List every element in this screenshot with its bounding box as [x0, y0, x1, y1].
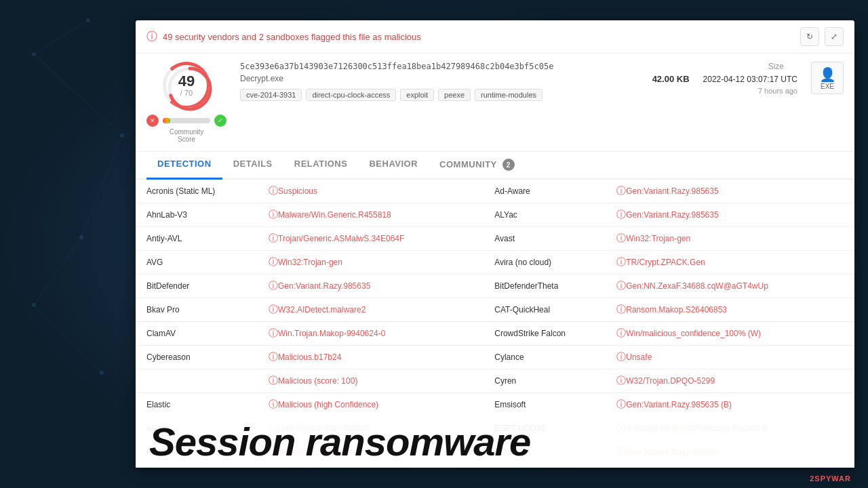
- file-tags: cve-2014-3931direct-cpu-clock-accessexpl…: [240, 89, 639, 101]
- detection-result-left: ⓘWin.Trojan.Makop-9940624-0: [258, 322, 484, 346]
- table-row: Elastic ⓘMalicious (high Confidence) Ems…: [136, 393, 854, 417]
- vendor-name-right: Kaspersky: [484, 464, 606, 468]
- vendor-name-right: BitDefenderTheta: [484, 274, 606, 298]
- detection-result-right: [606, 464, 854, 468]
- vendor-name-left: [136, 369, 258, 393]
- table-row: Fortinet ⓘW32/Phobos.ELTR.ransom GData ⓘ…: [136, 441, 854, 464]
- svg-point-12: [79, 235, 83, 239]
- detection-result-left: ⓘWin32:Trojan-gen: [258, 251, 484, 274]
- vendor-name-right: CAT-QuickHeal: [484, 298, 606, 322]
- svg-point-11: [120, 134, 124, 138]
- svg-line-4: [34, 305, 102, 373]
- file-tag: direct-cpu-clock-access: [306, 89, 396, 101]
- vendor-name-right: CrowdStrike Falcon: [484, 322, 606, 346]
- detection-result-right: ⓘWin/malicious_confidence_100% (W): [606, 322, 854, 346]
- detection-result-left: ⓘGen:Variant.Razy.985635: [258, 417, 484, 441]
- detection-result-left: ⓘGen:Variant.Razy.985635: [258, 274, 484, 298]
- tab-community[interactable]: COMMUNITY 2: [429, 152, 526, 180]
- warning-text: 49 security vendors and 2 sandboxes flag…: [163, 32, 795, 42]
- tabs-bar: DETECTION DETAILS RELATIONS BEHAVIOR COM…: [136, 152, 854, 180]
- detection-result-right: ⓘA Variant Of Win32/Filecoder.Phobos.E: [606, 417, 854, 441]
- svg-line-3: [34, 20, 88, 54]
- vendor-name-right: Avira (no cloud): [484, 251, 606, 274]
- table-row: AVG ⓘWin32:Trojan-gen Avira (no cloud) ⓘ…: [136, 251, 854, 274]
- detection-result-right: ⓘGen:Variant.Razy.985635: [606, 203, 854, 227]
- score-ring-svg: [166, 65, 214, 113]
- vendor-name-left: AhnLab-V3: [136, 203, 258, 227]
- detections-table: Acronis (Static ML) ⓘSuspicious Ad-Aware…: [136, 180, 854, 468]
- detection-result-left: ⓘMalware/Win.Generic.R455818: [258, 203, 484, 227]
- vendor-name-right: Ad-Aware: [484, 180, 606, 203]
- community-score-negative[interactable]: ✕: [146, 115, 159, 127]
- vendor-name-right: ESET-NOD32: [484, 417, 606, 441]
- svg-line-0: [34, 54, 122, 136]
- vendor-name-right: Cyren: [484, 369, 606, 393]
- svg-line-2: [34, 237, 81, 305]
- vendor-name-left: Bkav Pro: [136, 298, 258, 322]
- detection-result-left: ⓘMalicious (score: 100): [258, 369, 484, 393]
- vendor-name-right: GData: [484, 441, 606, 464]
- main-panel: ⓘ 49 security vendors and 2 sandboxes fl…: [136, 20, 854, 468]
- file-size-value: 42.00 KB: [652, 74, 690, 84]
- table-row: eScan ⓘGen:Variant.Razy.985635 ESET-NOD3…: [136, 417, 854, 441]
- community-score-positive[interactable]: ✓: [214, 115, 226, 127]
- file-info: 5ce393e6a37b143903e7126300c513ffea18bea1…: [240, 62, 639, 101]
- top-icons: ↻ ⤢: [800, 27, 844, 46]
- file-name: Decrypt.exe: [240, 74, 639, 83]
- vendor-name-right: Avast: [484, 227, 606, 251]
- tab-details[interactable]: DETAILS: [222, 152, 283, 180]
- file-date-ago: 7 hours ago: [758, 87, 797, 95]
- table-row: ClamAV ⓘWin.Trojan.Makop-9940624-0 Crowd…: [136, 322, 854, 346]
- file-size-label: Size: [768, 62, 797, 71]
- detection-result-left: ⓘMalicious.b17b24: [258, 346, 484, 369]
- exe-label: EXE: [821, 83, 834, 90]
- vendor-name-left: Elastic: [136, 393, 258, 417]
- expand-button[interactable]: ⤢: [825, 27, 844, 46]
- exe-file-icon: 👤 EXE: [811, 62, 844, 94]
- table-row: AhnLab-V3 ⓘMalware/Win.Generic.R455818 A…: [136, 203, 854, 227]
- file-date-value: 2022-04-12 03:07:17 UTC: [703, 75, 797, 84]
- spywar-logo: 2SPYWAR: [810, 474, 851, 483]
- vendor-name-right: Emsisoft: [484, 393, 606, 417]
- detection-result-right: ⓘWin32:Trojan-gen: [606, 227, 854, 251]
- file-tag: cve-2014-3931: [240, 89, 302, 101]
- detection-result-left: ⓘW32.AIDetect.malware2: [258, 298, 484, 322]
- tab-detection[interactable]: DETECTION: [146, 152, 222, 180]
- community-score-fill: [163, 118, 170, 123]
- results-area[interactable]: Acronis (Static ML) ⓘSuspicious Ad-Aware…: [136, 180, 854, 468]
- vendor-name-left: BitDefender: [136, 274, 258, 298]
- detection-result-left: ⓘW32/Phobos.ELTR.ransom: [258, 441, 484, 464]
- detection-result-right: ⓘGen:Variant.Razy.985635: [606, 180, 854, 203]
- svg-point-10: [32, 52, 36, 56]
- vendor-name-left: Antiy-AVL: [136, 227, 258, 251]
- svg-point-15: [100, 371, 104, 375]
- community-score-bar: ✕ ✓: [146, 115, 226, 127]
- vendor-name-left: eScan: [136, 417, 258, 441]
- svg-line-1: [81, 136, 122, 237]
- detection-result-right: ⓘGen:Variant.Razy.985635: [606, 441, 854, 464]
- reload-button[interactable]: ↻: [800, 27, 819, 46]
- vendor-name-left: ClamAV: [136, 322, 258, 346]
- detection-result-right: ⓘW32/Trojan.DPQO-5299: [606, 369, 854, 393]
- table-row: Acronis (Static ML) ⓘSuspicious Ad-Aware…: [136, 180, 854, 203]
- detection-result-right: ⓘRansom.Makop.S26406853: [606, 298, 854, 322]
- detection-result-right: ⓘUnsafe: [606, 346, 854, 369]
- vendor-name-left: Fortinet: [136, 441, 258, 464]
- file-hash: 5ce393e6a37b143903e7126300c513ffea18bea1…: [240, 62, 639, 71]
- tab-relations[interactable]: RELATIONS: [283, 152, 359, 180]
- spywar-logo-text: 2SPYWAR: [810, 474, 851, 483]
- detection-result-left: ⓘTrojan/Generic.ASMalwS.34E064F: [258, 227, 484, 251]
- vendor-name-right: Cylance: [484, 346, 606, 369]
- file-tag: peexe: [438, 89, 471, 101]
- score-section: 49 / 70 ✕ ✓ CommunityScore 5ce393e6a37b1…: [136, 54, 854, 152]
- detection-result-left: [258, 464, 484, 468]
- size-label: Size: [768, 62, 784, 71]
- table-row: Antiy-AVL ⓘTrojan/Generic.ASMalwS.34E064…: [136, 227, 854, 251]
- tab-behavior[interactable]: BEHAVIOR: [358, 152, 429, 180]
- score-circle: 49 / 70: [163, 62, 210, 109]
- file-tag: runtime-modules: [475, 89, 542, 101]
- table-row: BitDefender ⓘGen:Variant.Razy.985635 Bit…: [136, 274, 854, 298]
- vendor-name-right: ALYac: [484, 203, 606, 227]
- score-circle-wrap: 49 / 70 ✕ ✓ CommunityScore: [146, 62, 226, 143]
- table-row: Gridinsoft Kaspersky: [136, 464, 854, 468]
